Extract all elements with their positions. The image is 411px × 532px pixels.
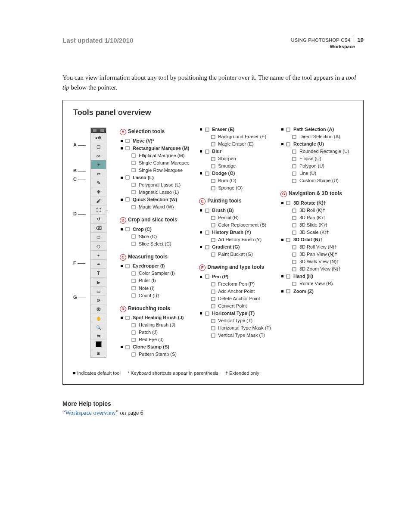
tool-3d-scale: 3D Scale (K)† [280, 229, 353, 236]
tool-spot-heal: Spot Healing Brush (J) [120, 314, 190, 321]
tool-label: Freeform Pen (P) [218, 280, 255, 288]
tool-3d-roll-view: 3D Roll View (N)† [280, 243, 353, 251]
history-brush-icon [204, 230, 210, 235]
svg-rect-2 [132, 154, 135, 157]
rotate-view-icon [292, 281, 297, 287]
svg-rect-20 [132, 331, 135, 334]
hand-icon [286, 274, 291, 279]
workspace-overview-link[interactable]: Workspace overview [65, 410, 115, 416]
art-history-icon [210, 237, 216, 243]
tool-zoom: Zoom (Z) [280, 288, 353, 295]
tools-panel-overview-box: Tools panel overview A B C D E F G ▸⊕ ▢ … [62, 100, 364, 385]
tool-h-type-mask: Horizontal Type Mask (T) [199, 324, 271, 332]
tool-color-replace: Color Replacement (B) [199, 221, 271, 229]
toolslot-shape-icon: ▭ [91, 287, 106, 296]
svg-rect-27 [206, 150, 209, 153]
tool-label: Add Anchor Point [218, 288, 255, 295]
svg-rect-63 [293, 246, 296, 249]
svg-rect-7 [132, 190, 135, 194]
tool-eraser: Eraser (E) [199, 126, 271, 133]
svg-rect-65 [293, 260, 296, 264]
tool-label: 3D Slide (K)† [299, 221, 327, 229]
tool-burn: Burn (O) [199, 177, 271, 184]
toolslot-path-icon: ▶ [91, 278, 106, 287]
tool-label: Magnetic Lasso (L) [139, 189, 179, 196]
toolslot-marquee-icon: ▢ [91, 142, 106, 151]
tool-label: 3D Zoom View (N)† [299, 265, 341, 273]
svg-rect-14 [132, 272, 135, 275]
callout-B: B [73, 168, 86, 173]
tool-label: 3D Roll (K)† [299, 207, 325, 214]
more-help-section: More Help topics “Workspace overview” on… [62, 400, 364, 417]
tool-label: History Brush (Y) [212, 229, 251, 236]
tool-label: Convert Point [218, 302, 247, 310]
svg-rect-66 [293, 268, 296, 271]
svg-rect-51 [286, 143, 290, 146]
dodge-icon [204, 171, 210, 176]
tool-lasso: Lasso (L) [120, 174, 190, 181]
pattern-stamp-icon [131, 352, 137, 357]
group-head-E: EPainting tools [199, 197, 271, 205]
svg-rect-46 [212, 319, 215, 323]
legend-extended: † Extended only [225, 370, 259, 376]
sponge-icon [210, 185, 216, 191]
tool-v-type: Vertical Type (T) [199, 317, 271, 324]
svg-rect-11 [132, 235, 135, 238]
tool-polygon: Polygon (U) [280, 162, 353, 170]
add-anchor-icon [210, 289, 216, 294]
svg-rect-48 [212, 334, 215, 337]
toolslot-crop-icon: ✂ [91, 169, 106, 178]
magic-eraser-icon [210, 141, 216, 147]
eraser-icon [204, 127, 210, 132]
tool-blur: Blur [199, 148, 271, 155]
bg-eraser-icon [210, 134, 216, 140]
ellipse-icon [292, 156, 297, 162]
tool-label: Pencil (B) [218, 214, 239, 221]
default-marker [281, 275, 283, 277]
slice-select-icon [131, 241, 137, 247]
tool-label: Ruler (I) [139, 277, 156, 284]
tool-clone: Clone Stamp (S) [120, 343, 190, 351]
h-type-mask-icon [210, 325, 216, 331]
group-head-B: BCrop and slice tools [120, 216, 190, 224]
tool-label: Hand (H) [293, 273, 313, 280]
tool-label: 3D Pan View (N)† [299, 251, 337, 258]
tool-label: Eyedropper (I) [133, 262, 165, 270]
custom-shape-icon [292, 178, 297, 184]
round-rect-icon [292, 149, 297, 154]
default-marker [121, 317, 123, 319]
svg-rect-68 [293, 282, 296, 286]
red-eye-icon [131, 337, 137, 342]
tool-label: Red Eye (J) [139, 336, 164, 343]
tool-label: Pattern Stamp (S) [139, 351, 177, 358]
default-marker [121, 140, 123, 142]
tool-del-anchor: Delete Anchor Point [199, 295, 271, 302]
section-name: Workspace [291, 44, 364, 49]
svg-rect-1 [126, 146, 129, 150]
tool-ruler: Ruler (I) [120, 277, 190, 284]
page-header: Last updated 1/10/2010 USING PHOTOSHOP C… [62, 37, 364, 49]
gradient-icon [204, 244, 210, 250]
svg-rect-15 [132, 279, 135, 283]
tool-rect: Rectangle (U) [280, 140, 353, 148]
tool-crop: Crop (C) [120, 226, 190, 233]
tool-label: Spot Healing Brush (J) [133, 314, 184, 321]
toolslot-quickmask-icon: ◙ [91, 349, 106, 358]
zoom-icon [286, 289, 291, 294]
group-head-F: FDrawing and type tools [199, 263, 271, 271]
svg-rect-41 [212, 283, 215, 286]
tool-freeform-pen: Freeform Pen (P) [199, 280, 271, 288]
svg-rect-43 [212, 297, 215, 301]
tool-h-type: Horizontal Type (T) [199, 310, 271, 317]
column-1: ASelection toolsMove (V)*Rectangular Mar… [120, 126, 190, 364]
tool-label: Paint Bucket (G) [218, 251, 253, 258]
rect-icon [286, 141, 291, 147]
slice-icon [131, 234, 137, 240]
tool-history-brush: History Brush (Y) [199, 229, 271, 236]
tool-mag-lasso: Magnetic Lasso (L) [120, 189, 190, 196]
tool-sharpen: Sharpen [199, 155, 271, 162]
svg-rect-55 [293, 172, 296, 175]
tool-label: 3D Walk View (N)† [299, 258, 339, 265]
svg-rect-9 [132, 205, 135, 209]
svg-rect-22 [126, 345, 129, 349]
